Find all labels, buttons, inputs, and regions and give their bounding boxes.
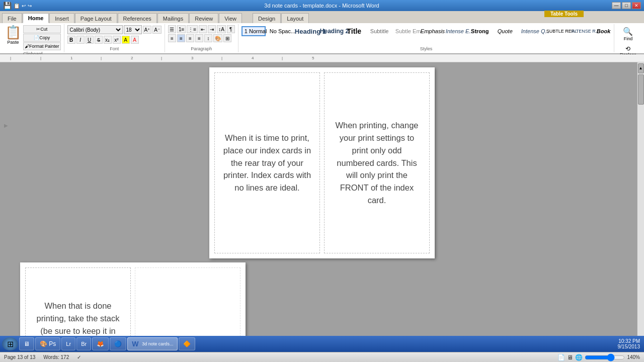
- paste-button[interactable]: 📋 Paste: [5, 25, 21, 45]
- format-painter-button[interactable]: 🖌 Format Painter: [23, 42, 61, 50]
- align-right-button[interactable]: ≡: [186, 34, 194, 42]
- style-title[interactable]: Title: [342, 25, 366, 37]
- ruler: | | 1 | 2 | 3 | 4 | 5: [0, 54, 644, 62]
- superscript-button[interactable]: x²: [113, 36, 121, 44]
- style-intense-q[interactable]: Intense Q...: [518, 26, 542, 36]
- clock-date: 9/15/2013: [618, 344, 640, 349]
- index-card-1: When it is time to print, place our inde…: [214, 72, 320, 253]
- subscript-button[interactable]: x₂: [104, 36, 112, 44]
- left-margin-icons: ▶: [4, 123, 8, 128]
- tab-file[interactable]: File: [2, 13, 22, 23]
- font-color-button[interactable]: A: [131, 36, 139, 44]
- style-heading1[interactable]: Heading 1: [292, 26, 316, 37]
- style-subtle-em[interactable]: Subtle Em...: [392, 26, 417, 36]
- align-left-button[interactable]: ≡: [168, 34, 176, 42]
- tab-view[interactable]: View: [219, 13, 242, 23]
- bold-button[interactable]: B: [67, 36, 75, 44]
- style-subtitle[interactable]: Subtitle: [367, 26, 391, 36]
- tab-home[interactable]: Home: [23, 13, 49, 23]
- style-normal[interactable]: 1 Normal: [242, 26, 266, 36]
- tab-review[interactable]: Review: [189, 13, 218, 23]
- decrease-indent-button[interactable]: ⇤: [199, 25, 207, 33]
- tab-mailings[interactable]: Mailings: [157, 13, 189, 23]
- margin-icon-1: ▶: [4, 123, 8, 128]
- borders-button[interactable]: ⊞: [223, 34, 231, 42]
- page-left: When it is time to print, place our inde…: [209, 67, 435, 258]
- paragraph-group: ☰ 1≡ ⋮≡ ⇤ ⇥ ↕A ¶ ≡ ≡ ≡ ≡ ↕ 🎨 ⊞ Paragraph: [165, 24, 238, 52]
- multilevel-button[interactable]: ⋮≡: [187, 25, 198, 33]
- underline-button[interactable]: U: [86, 36, 94, 44]
- clock-time: 10:32 PM: [618, 338, 640, 344]
- copy-button[interactable]: 📄 Copy: [23, 34, 61, 42]
- pages-top-row: When it is time to print, place our inde…: [10, 67, 634, 258]
- ribbon-tab-bar: Table Tools File Home Insert Page Layout…: [0, 11, 644, 23]
- window-title: 3d note cards - template.docx - Microsof…: [32, 3, 612, 9]
- tab-references[interactable]: References: [118, 13, 157, 23]
- tab-page-layout[interactable]: Page Layout: [75, 13, 117, 23]
- taskbar-app-desktop[interactable]: 🖥: [19, 337, 34, 350]
- style-no-spacing[interactable]: No Spac...: [267, 26, 291, 36]
- font-group: Calibri (Body) 18 A⁺ A⁻ B I U S̶ x₂ x² A…: [64, 24, 165, 52]
- grow-font-button[interactable]: A⁺: [143, 26, 152, 34]
- taskbar-app-firefox[interactable]: 🦊: [92, 337, 109, 350]
- numbering-button[interactable]: 1≡: [177, 25, 186, 33]
- shading-button[interactable]: 🎨: [213, 34, 222, 42]
- tab-design[interactable]: Design: [253, 13, 281, 23]
- taskbar-app-chrome[interactable]: 🔵: [110, 337, 126, 350]
- font-size-select[interactable]: 18: [124, 25, 142, 34]
- scrollbar-thumb[interactable]: [638, 74, 644, 105]
- view-print-btn[interactable]: 📄: [557, 354, 565, 361]
- index-card-2: When printing, change your print setting…: [324, 72, 430, 253]
- close-button[interactable]: ✕: [632, 2, 641, 9]
- italic-button[interactable]: I: [76, 36, 85, 44]
- maximize-button[interactable]: □: [622, 2, 631, 9]
- show-hide-button[interactable]: ¶: [227, 25, 235, 33]
- strikethrough-button[interactable]: S̶: [95, 36, 103, 44]
- style-strong[interactable]: Strong: [468, 26, 492, 36]
- taskbar-app-lightroom[interactable]: Lr: [61, 337, 75, 350]
- view-web-btn[interactable]: 🌐: [575, 354, 583, 361]
- style-book-title[interactable]: Book Title: [594, 26, 611, 36]
- increase-indent-button[interactable]: ⇥: [208, 25, 216, 33]
- taskbar-app-bridge[interactable]: Br: [76, 337, 91, 350]
- tab-insert[interactable]: Insert: [49, 13, 74, 23]
- style-subtle-ref[interactable]: Subtle Ref...: [543, 27, 568, 36]
- styles-gallery: 1 Normal No Spac... Heading 1 Heading 2 …: [242, 25, 611, 37]
- document-area: ▶ When it is time to print, place our in…: [0, 62, 644, 352]
- font-name-select[interactable]: Calibri (Body): [67, 25, 123, 34]
- ribbon: 📋 Paste ✂ Cut 📄 Copy 🖌 Format Painter Cl…: [0, 23, 644, 54]
- justify-button[interactable]: ≡: [195, 34, 203, 42]
- word-count: Words: 172: [43, 354, 69, 360]
- taskbar-app-word[interactable]: W 3d note cards...: [127, 337, 178, 350]
- taskbar-clock: 10:32 PM 9/15/2013: [618, 338, 642, 349]
- title-bar: 💾 📋 ↩ ↪ 3d note cards - template.docx - …: [0, 0, 644, 11]
- track-changes-icon: ✓: [77, 354, 81, 360]
- zoom-slider[interactable]: [585, 354, 625, 360]
- table-tools-label: Table Tools: [544, 11, 584, 17]
- shrink-font-button[interactable]: A⁻: [152, 26, 162, 34]
- style-intense-e[interactable]: Intense E...: [443, 26, 467, 36]
- line-spacing-button[interactable]: ↕: [204, 34, 212, 42]
- editing-group: 🔍 Find ⟲ Replace ⬚ Select Editing: [614, 24, 642, 52]
- style-emphasis[interactable]: Emphasis: [418, 26, 442, 36]
- cut-button[interactable]: ✂ Cut: [23, 25, 61, 33]
- zoom-level: 140%: [627, 354, 640, 360]
- style-intense-r[interactable]: Intense R...: [569, 27, 593, 36]
- minimize-button[interactable]: —: [612, 2, 621, 9]
- view-full-btn[interactable]: 🖥: [567, 354, 573, 361]
- taskbar-app-vlc[interactable]: 🔶: [179, 337, 195, 350]
- start-button[interactable]: ⊞: [2, 337, 18, 350]
- bullets-button[interactable]: ☰: [168, 25, 176, 33]
- tab-layout[interactable]: Layout: [281, 13, 309, 23]
- clipboard-group: 📋 Paste ✂ Cut 📄 Copy 🖌 Format Painter Cl…: [2, 24, 64, 52]
- page-info: Page 13 of 13: [4, 354, 35, 360]
- style-heading2[interactable]: Heading 2: [317, 26, 341, 37]
- style-quote[interactable]: Quote: [493, 26, 517, 36]
- align-center-button[interactable]: ≡: [177, 34, 185, 42]
- highlight-button[interactable]: A: [122, 36, 130, 44]
- sort-button[interactable]: ↕A: [217, 25, 226, 33]
- find-button[interactable]: 🔍 Find: [620, 25, 635, 43]
- taskbar-app-photoshop[interactable]: 🎨 Ps: [35, 337, 60, 350]
- taskbar: ⊞ 🖥 🎨 Ps Lr Br 🦊 🔵 W 3d note cards... 🔶 …: [0, 336, 644, 352]
- scrollbar-vertical[interactable]: ▲ ▼: [637, 62, 644, 352]
